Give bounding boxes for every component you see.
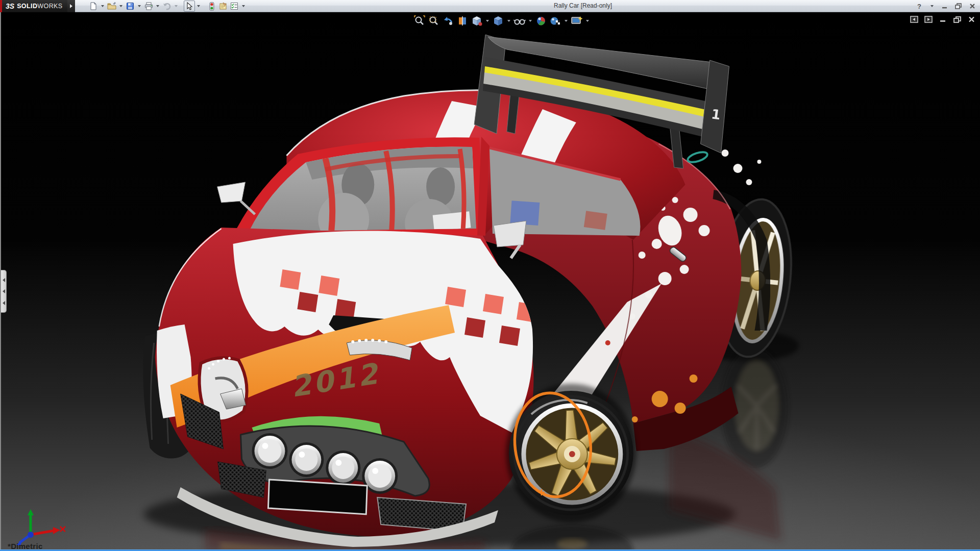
doc-restore-button[interactable]	[952, 15, 962, 23]
doc-minimize-icon	[940, 16, 946, 22]
display-style-button[interactable]	[492, 15, 504, 27]
help-button[interactable]: ?	[915, 2, 924, 11]
titlebar: 3S SOLID WORKS	[0, 0, 980, 12]
doc-close-button[interactable]	[967, 15, 976, 23]
menu-expand-button[interactable]	[67, 0, 75, 12]
edit-appearance-icon	[535, 15, 547, 27]
previous-view-button[interactable]	[442, 15, 454, 27]
license-plate	[268, 480, 367, 514]
save-button[interactable]	[125, 1, 136, 12]
traffic-lights-icon	[209, 2, 214, 11]
open-dropdown[interactable]	[119, 5, 122, 7]
collapse-arrow-icon	[3, 301, 5, 305]
flyout-arrow-icon	[70, 4, 72, 8]
doc-close-icon	[968, 16, 975, 22]
options-dropdown[interactable]	[242, 5, 245, 7]
scene-canvas[interactable]: 1	[1, 12, 980, 551]
pane-left-toggle-button[interactable]	[910, 15, 919, 23]
view-settings-dropdown[interactable]	[586, 20, 589, 22]
pane-right-icon	[924, 16, 933, 23]
undo-button[interactable]	[161, 1, 173, 12]
previous-view-icon	[443, 15, 454, 27]
feature-panel-splitter[interactable]	[1, 270, 7, 313]
restore-icon	[955, 3, 962, 9]
options-checklist-button[interactable]	[229, 1, 240, 12]
undo-icon	[162, 2, 172, 10]
collapse-arrow-icon	[3, 289, 5, 293]
save-icon	[126, 2, 134, 10]
select-button[interactable]	[184, 1, 195, 12]
window-controls: ?	[915, 0, 977, 12]
graphics-viewport[interactable]: 1	[0, 12, 980, 551]
pane-left-icon	[910, 16, 918, 23]
print-button[interactable]	[143, 1, 154, 12]
hide-show-items-icon	[513, 15, 526, 27]
document-window-controls	[910, 15, 976, 23]
doc-restore-icon	[953, 16, 961, 23]
apply-scene-dropdown[interactable]	[565, 20, 568, 22]
zoom-to-fit-icon	[414, 15, 425, 27]
window-title: Rally Car [Read-only]	[554, 2, 612, 9]
hide-show-items-button[interactable]	[513, 15, 526, 27]
main-toolbar	[88, 1, 247, 12]
view-settings-button[interactable]	[571, 15, 583, 27]
help-dropdown[interactable]	[930, 5, 934, 7]
minimize-icon	[942, 3, 948, 9]
apply-scene-icon	[550, 15, 561, 27]
apply-scene-button[interactable]	[549, 15, 561, 27]
hand-note-button[interactable]	[217, 1, 229, 12]
view-orientation-button[interactable]	[471, 15, 483, 27]
headsup-view-toolbar	[413, 15, 590, 27]
doc-minimize-button[interactable]	[938, 15, 947, 23]
collapse-arrow-icon	[3, 278, 5, 282]
view-settings-icon	[571, 15, 583, 27]
close-icon	[969, 3, 975, 9]
section-view-button[interactable]	[456, 15, 469, 27]
display-style-dropdown[interactable]	[507, 20, 510, 22]
options-checklist-icon	[230, 2, 238, 10]
print-icon	[144, 2, 153, 10]
view-orientation-icon	[471, 15, 482, 27]
logo-3s-mark: 3S	[6, 2, 14, 10]
new-dropdown[interactable]	[101, 5, 104, 7]
minimize-button[interactable]	[940, 2, 949, 11]
hide-show-dropdown[interactable]	[529, 20, 532, 22]
display-style-icon	[493, 15, 504, 27]
print-dropdown[interactable]	[156, 5, 159, 7]
close-button[interactable]	[968, 2, 977, 11]
view-orientation-dropdown[interactable]	[486, 20, 489, 22]
new-document-button[interactable]	[88, 1, 99, 12]
save-dropdown[interactable]	[138, 5, 141, 7]
open-document-button[interactable]	[106, 1, 117, 12]
traffic-lights-button[interactable]	[206, 1, 217, 12]
solidworks-logo: 3S SOLID WORKS	[2, 0, 67, 12]
edit-appearance-button[interactable]	[535, 15, 547, 27]
zoom-to-area-icon	[428, 15, 439, 27]
zoom-to-fit-button[interactable]	[413, 15, 426, 27]
zoom-to-area-button[interactable]	[428, 15, 440, 27]
section-view-icon	[457, 15, 468, 27]
new-document-icon	[89, 2, 97, 10]
undo-dropdown[interactable]	[175, 5, 178, 7]
open-document-icon	[107, 2, 116, 10]
select-dropdown[interactable]	[197, 5, 200, 7]
solidworks-window: 3S SOLID WORKS	[0, 0, 980, 551]
restore-button[interactable]	[954, 2, 963, 11]
select-cursor-icon	[186, 2, 193, 10]
hand-note-icon	[218, 2, 228, 10]
pane-right-toggle-button[interactable]	[924, 15, 933, 23]
